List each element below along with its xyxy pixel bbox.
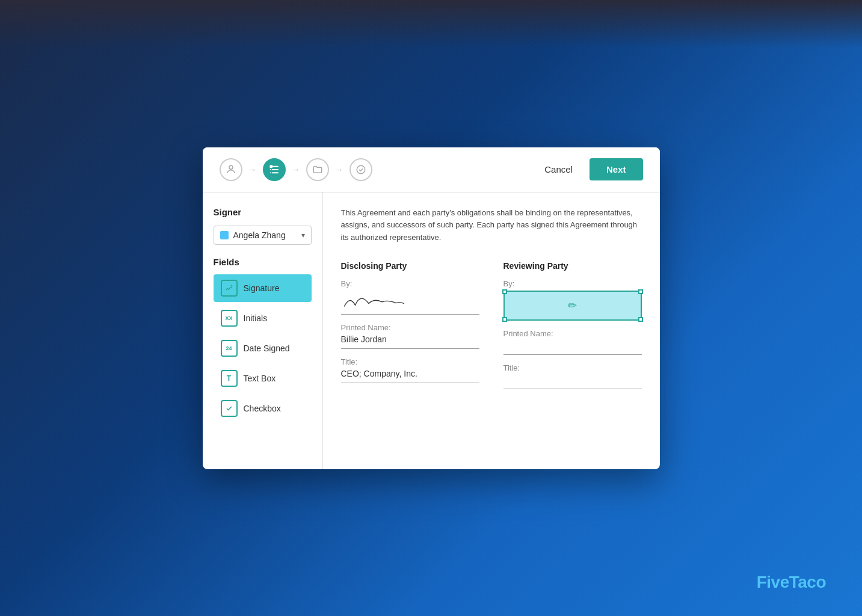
disclosing-signature-line[interactable] <box>341 291 479 315</box>
sidebar: Signer Angela Zhang ▾ Fields Signature X… <box>203 192 323 469</box>
brand-suffix: Taco <box>789 573 826 591</box>
next-button[interactable]: Next <box>590 158 643 180</box>
reviewing-printed-name-value <box>503 340 642 355</box>
reviewing-title-label: Title: <box>503 363 642 372</box>
svg-point-2 <box>357 165 365 174</box>
disclosing-printed-name-label: Printed Name: <box>341 323 479 332</box>
field-date-signed[interactable]: 24 Date Signed <box>214 334 312 362</box>
reviewing-title-value <box>503 375 642 389</box>
corner-bl <box>502 317 507 322</box>
signature-field-label: Signature <box>244 283 280 293</box>
header-actions: Cancel Next <box>535 158 642 180</box>
field-initials[interactable]: XX Initials <box>214 304 312 332</box>
disclosing-party-title: Disclosing Party <box>341 261 479 271</box>
fields-section-title: Fields <box>214 257 312 267</box>
modal-body: Signer Angela Zhang ▾ Fields Signature X… <box>203 192 660 469</box>
modal-container: → → → <box>203 147 660 469</box>
initials-field-icon: XX <box>221 310 238 327</box>
disclosing-party: Disclosing Party By: Printed Name: Billi… <box>341 261 479 398</box>
brand-prefix: Five <box>757 573 789 591</box>
reviewing-party-title: Reviewing Party <box>503 261 642 271</box>
brand-logo: FiveTaco <box>757 573 826 592</box>
checkbox-field-label: Checkbox <box>244 404 281 413</box>
parties-row: Disclosing Party By: Printed Name: Billi… <box>341 261 642 398</box>
corner-br <box>638 317 643 322</box>
step-fields-icon[interactable] <box>263 158 286 181</box>
signer-color-dot <box>220 231 229 239</box>
step-folder-icon[interactable] <box>306 158 329 181</box>
field-signature[interactable]: Signature <box>214 274 312 302</box>
signer-name: Angela Zhang <box>233 230 297 240</box>
arrow-3: → <box>335 165 343 174</box>
disclosing-by-label: By: <box>341 279 479 288</box>
chevron-down-icon: ▾ <box>301 231 305 239</box>
step-review-icon[interactable] <box>349 158 372 181</box>
disclosing-title-label: Title: <box>341 357 479 366</box>
arrow-2: → <box>292 165 300 174</box>
disclosing-printed-name-value: Billie Jordan <box>341 334 479 349</box>
document-paragraph: This Agreement and each party's obligati… <box>341 207 642 244</box>
signer-dropdown[interactable]: Angela Zhang ▾ <box>214 226 312 245</box>
initials-field-label: Initials <box>244 313 268 323</box>
corner-tl <box>502 289 507 294</box>
text-box-field-icon: T <box>221 370 238 387</box>
field-checkbox[interactable]: Checkbox <box>214 395 312 422</box>
checkbox-field-icon <box>221 400 238 417</box>
svg-point-0 <box>229 165 233 169</box>
corner-tr <box>638 289 643 294</box>
pen-icon: ✏ <box>568 299 577 312</box>
date-signed-field-label: Date Signed <box>244 343 290 353</box>
reviewing-by-label: By: <box>503 279 642 288</box>
reviewing-signature-placeholder[interactable]: ✏ <box>503 291 642 321</box>
modal-header: → → → <box>203 147 660 192</box>
step-person-icon[interactable] <box>220 158 242 181</box>
document-area: This Agreement and each party's obligati… <box>323 192 660 469</box>
reviewing-party: Reviewing Party By: ✏ Printed Name: Titl… <box>503 261 642 398</box>
signature-field-icon <box>221 280 238 297</box>
date-signed-field-icon: 24 <box>221 340 238 357</box>
reviewing-printed-name-label: Printed Name: <box>503 329 642 338</box>
arrow-1: → <box>248 165 257 174</box>
cancel-button[interactable]: Cancel <box>535 159 582 179</box>
signer-section-title: Signer <box>214 207 312 217</box>
stepper: → → → <box>220 158 372 181</box>
disclosing-title-value: CEO; Company, Inc. <box>341 369 479 383</box>
disclosing-signature-svg <box>341 290 407 312</box>
text-box-field-label: Text Box <box>244 374 276 383</box>
field-text-box[interactable]: T Text Box <box>214 365 312 392</box>
